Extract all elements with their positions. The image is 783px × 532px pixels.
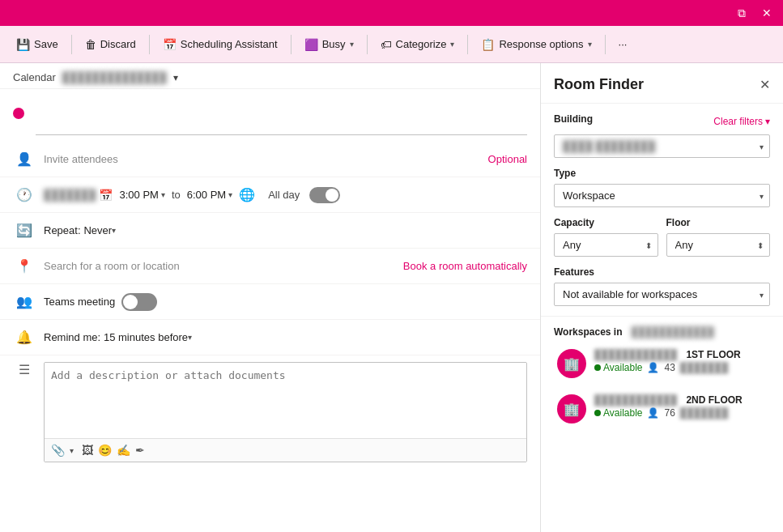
attachment-icon[interactable]: 📎 [51,444,65,457]
event-dot [13,108,24,119]
response-arrow-icon: ▾ [588,40,592,49]
workspace-extra-1: ███████ [680,362,729,373]
teams-toggle[interactable] [121,293,157,311]
teams-label: Teams meeting [44,296,115,308]
building-filter-section: Building Clear filters ▾ ████ ████████ ▾ [541,104,783,168]
workspace-details-1: Available 👤 43 ███████ [594,362,767,373]
calendar-icon: 📅 [99,189,113,202]
time-start-field[interactable]: 3:00 PM ▾ [119,189,164,201]
repeat-dropdown-icon[interactable]: ▾ [112,226,116,235]
datetime-icon: 🕐 [13,187,36,202]
workspace-floor-label-1: 1ST FLOOR [686,349,740,360]
workspace-floor-label-2: 2ND FLOOR [686,394,742,406]
book-room-link[interactable]: Book a room automatically [403,260,527,272]
optional-label: Optional [488,153,527,165]
response-label: Response options [499,38,583,50]
discard-button[interactable]: 🗑 Discard [79,34,143,55]
reminder-dropdown-icon[interactable]: ▾ [188,333,192,342]
workspace-name-2: ████████████ [594,394,677,406]
workspace-details-2: Available 👤 76 ███████ [594,407,767,419]
capacity-label: Capacity [554,217,658,228]
workspace-name-1: ████████████ [594,349,677,360]
capacity-select[interactable]: Any 10+ 25+ 50+ 100+ [554,233,658,257]
capacity-value-1: 43 [664,362,674,373]
workspace-extra-2: ███████ [680,407,729,419]
more-icon: ··· [619,38,628,50]
scheduling-button[interactable]: 📅 Scheduling Assistant [156,34,284,55]
reminder-label: Remind me: [44,331,100,343]
save-button[interactable]: 💾 Save [10,34,65,55]
attendees-input[interactable] [44,153,488,165]
time-end-field[interactable]: 6:00 PM ▾ [187,189,232,201]
toolbar: 💾 Save 🗑 Discard 📅 Scheduling Assistant … [0,26,783,63]
close-icon[interactable]: ✕ [760,77,770,92]
busy-label: Busy [322,38,346,50]
calendar-dropdown-icon[interactable]: ▾ [173,72,178,83]
allday-toggle-knob [326,189,338,202]
response-button[interactable]: 📋 Response options ▾ [474,34,598,55]
draw-icon[interactable]: ✍ [117,444,130,457]
event-title-row: My Workspace [0,89,540,134]
floor-col: Floor Any 1st Floor 2nd Floor 3rd Floor … [666,217,771,257]
type-select-wrapper: Workspace Conference Room Any ▾ [554,184,770,207]
title-bar: ⧉ ✕ [0,0,783,26]
workspace-item-1[interactable]: 🏢 ████████████ 1ST FLOOR Available 👤 43 [554,346,770,381]
clear-filters-button[interactable]: Clear filters ▾ [713,116,770,127]
time-end-arrow-icon: ▾ [228,190,232,199]
workspace-item-2[interactable]: 🏢 ████████████ 2ND FLOOR Available 👤 76 [554,391,770,427]
teams-content: Teams meeting [44,293,527,311]
teams-toggle-knob [123,295,138,309]
location-icon: 📍 [13,258,36,274]
description-textarea[interactable] [45,363,526,436]
restore-button[interactable]: ⧉ [733,3,751,23]
categorize-label: Categorize [396,38,447,50]
close-button[interactable]: ✕ [757,3,777,23]
discard-icon: 🗑 [85,38,96,51]
workspace-avatar-icon-2: 🏢 [564,402,580,417]
available-dot-2 [594,410,601,416]
clear-filters-label: Clear filters [713,116,763,127]
save-icon: 💾 [16,38,30,51]
toolbar-separator-3 [291,35,291,54]
attendees-row: 👤 Optional [0,142,540,177]
signature-icon[interactable]: ✒ [135,444,145,457]
categorize-button[interactable]: 🏷 Categorize ▾ [374,34,462,55]
available-text-2: Available [603,407,642,419]
room-finder-panel: Room Finder ✕ Building Clear filters ▾ █… [540,63,783,532]
capacity-icon-1: 👤 [647,362,659,373]
type-select[interactable]: Workspace Conference Room Any [554,184,770,207]
room-finder-title: Room Finder [554,76,644,93]
categorize-arrow-icon: ▾ [450,40,454,49]
save-label: Save [34,38,58,50]
attachment-arrow-icon[interactable]: ▾ [70,446,74,455]
date-field[interactable]: ███████ 📅 [44,189,113,202]
reminder-value[interactable]: 15 minutes before [104,331,188,343]
image-icon[interactable]: 🖼 [82,444,93,457]
busy-icon: 🟪 [304,38,318,51]
building-select[interactable]: ████ ████████ [554,134,770,158]
timezone-icon: 🌐 [239,187,255,202]
description-row: ☰ 📎 ▾ 🖼 😊 ✍ ✒ [0,355,540,469]
calendar-value: ██████████████ [62,71,167,83]
allday-toggle[interactable] [309,187,340,203]
title-underline [36,134,527,135]
description-toolbar: 📎 ▾ 🖼 😊 ✍ ✒ [45,438,526,462]
allday-label: All day [268,189,300,201]
more-button[interactable]: ··· [612,34,634,54]
features-select[interactable]: Not available for workspaces [554,283,770,306]
repeat-value[interactable]: Never [83,224,112,236]
event-title-input[interactable]: My Workspace [34,102,527,125]
busy-button[interactable]: 🟪 Busy ▾ [298,34,360,55]
teams-icon: 👥 [13,294,36,309]
repeat-content: Repeat: Never ▾ [44,224,527,237]
location-placeholder[interactable]: Search for a room or location [44,260,403,272]
floor-select[interactable]: Any 1st Floor 2nd Floor 3rd Floor [666,233,771,257]
available-text-1: Available [603,362,642,373]
workspace-avatar-2: 🏢 [557,394,586,423]
workspace-avatar-1: 🏢 [557,349,586,378]
available-badge-1: Available [594,362,642,373]
clear-filters-arrow-icon: ▾ [765,116,770,127]
datetime-row: 🕐 ███████ 📅 3:00 PM ▾ to 6:00 PM ▾ [0,177,540,213]
repeat-row: 🔄 Repeat: Never ▾ [0,213,540,249]
emoji-icon[interactable]: 😊 [98,444,112,457]
